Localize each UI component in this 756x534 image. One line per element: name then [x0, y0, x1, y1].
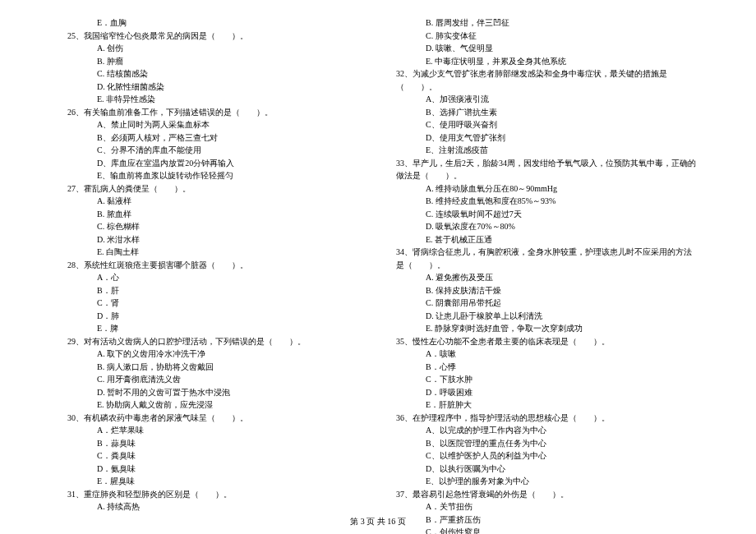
option-line: B. 肿瘤: [58, 55, 370, 68]
option-line: B. 唇周发绀，伴三凹征: [386, 16, 698, 30]
option-line: C. 用牙膏彻底清洗义齿: [58, 373, 370, 386]
option-line: C．创伤性窒息: [386, 526, 698, 534]
option-line: D. 咳嗽、气促明显: [386, 42, 698, 55]
option-line: A. 创伤: [58, 42, 370, 55]
option-line: E. 协助病人戴义齿前，应先浸湿: [58, 398, 370, 412]
option-line: D．肺: [58, 310, 370, 323]
option-line: C．粪臭味: [58, 449, 370, 463]
option-line: A. 持续高热: [58, 500, 370, 513]
option-line: C. 连续吸氧时间不超过7天: [386, 208, 698, 221]
question-line: 28、系统性红斑狼疮主要损害哪个脏器（ ）。: [58, 259, 370, 272]
option-line: A、以完成的护理工作内容为中心: [386, 424, 698, 437]
option-line: B. 维持经皮血氧饱和度在85%～93%: [386, 195, 698, 208]
option-line: A. 取下的义齿用冷水冲洗干净: [58, 348, 370, 361]
option-line: B．蒜臭味: [58, 437, 370, 450]
option-line: A．烂苹果味: [58, 424, 370, 437]
question-line: 25、我国缩窄性心包炎最常见的病因是（ ）。: [58, 30, 370, 43]
question-line: 30、有机磷农药中毒患者的尿液气味呈（ ）。: [58, 412, 370, 425]
option-line: D．氨臭味: [58, 463, 370, 476]
option-line: D. 吸氧浓度在70%～80%: [386, 220, 698, 233]
option-line: D．呼吸困难: [386, 386, 698, 399]
option-line: B、选择广谱抗生素: [386, 106, 698, 119]
left-column: E．血胸25、我国缩窄性心包炎最常见的病因是（ ）。A. 创伤B. 肿瘤C. 结…: [49, 16, 378, 509]
right-column: B. 唇周发绀，伴三凹征C. 肺实变体征D. 咳嗽、气促明显E. 中毒症状明显，…: [378, 16, 707, 509]
option-line: D. 暂时不用的义齿可置于热水中浸泡: [58, 386, 370, 399]
option-line: C. 肺实变体征: [386, 30, 698, 43]
question-line: 32、为减少支气管扩张患者肺部继发感染和全身中毒症状，最关键的措施是（ ）。: [386, 67, 698, 93]
option-line: D. 米泔水样: [58, 233, 370, 246]
option-line: E. 甚于机械正压通: [386, 233, 698, 246]
question-line: 34、肾病综合征患儿，有胸腔积液，全身水肿较重，护理该患儿时不应采用的方法是（ …: [386, 246, 698, 271]
option-line: E．肝脏肿大: [386, 398, 698, 412]
option-line: B. 脓血样: [58, 208, 370, 221]
option-line: A、加强痰液引流: [386, 93, 698, 106]
question-line: 36、在护理程序中，指导护理活动的思想核心是（ ）。: [386, 412, 698, 425]
page-body: E．血胸25、我国缩窄性心包炎最常见的病因是（ ）。A. 创伤B. 肿瘤C. 结…: [0, 0, 756, 509]
option-line: C、分界不清的库血不能使用: [58, 144, 370, 157]
option-line: C. 棕色糊样: [58, 220, 370, 233]
question-line: 31、重症肺炎和轻型肺炎的区别是（ ）。: [58, 488, 370, 501]
option-line: D、以执行医嘱为中心: [386, 463, 698, 476]
option-line: E、注射流感疫苗: [386, 144, 698, 157]
option-line: C．肾: [58, 297, 370, 310]
option-line: A．心: [58, 271, 370, 284]
question-line: 37、最容易引起急性肾衰竭的外伤是（ ）。: [386, 488, 698, 501]
option-line: D、库血应在室温内放置20分钟再输入: [58, 157, 370, 170]
option-line: E. 中毒症状明显，并累及全身其他系统: [386, 55, 698, 68]
option-line: B. 保持皮肤清洁干燥: [386, 284, 698, 297]
option-line: D、使用支气管扩张剂: [386, 131, 698, 145]
option-line: A、禁止同时为两人采集血标本: [58, 118, 370, 131]
option-line: A. 维持动脉血氧分压在80～90mmHg: [386, 182, 698, 196]
option-line: C. 阴囊部用吊带托起: [386, 297, 698, 310]
option-line: E．脾: [58, 322, 370, 335]
option-line: D. 让患儿卧于橡胶单上以利清洗: [386, 310, 698, 323]
option-line: E. 非特异性感染: [58, 93, 370, 106]
question-line: 29、对有活动义齿病人的口腔护理活动，下列错误的是（ ）。: [58, 335, 370, 348]
option-line: E、以护理的服务对象为中心: [386, 475, 698, 488]
option-line: C．下肢水肿: [386, 373, 698, 386]
option-line: E. 白陶土样: [58, 246, 370, 259]
option-line: D. 化脓性细菌感染: [58, 81, 370, 94]
option-line: E、输血前将血浆以旋转动作轻轻摇匀: [58, 169, 370, 182]
question-line: 27、霍乱病人的粪便呈（ ）。: [58, 182, 370, 196]
option-line: E. 静脉穿刺时选好血管，争取一次穿刺成功: [386, 322, 698, 335]
option-line: B．肝: [58, 284, 370, 297]
option-line: A．关节扭伤: [386, 500, 698, 513]
option-line: C、使用呼吸兴奋剂: [386, 118, 698, 131]
option-line: B、必须两人核对，严格三查七对: [58, 131, 370, 145]
option-line: A．咳嗽: [386, 348, 698, 361]
question-line: 35、慢性左心功能不全患者最主要的临床表现是（ ）。: [386, 335, 698, 348]
option-line: B. 病人漱口后，协助将义齿戴回: [58, 361, 370, 374]
option-line: A. 黏液样: [58, 195, 370, 208]
option-line: E．腥臭味: [58, 475, 370, 488]
question-line: 26、有关输血前准备工作，下列描述错误的是（ ）。: [58, 106, 370, 119]
option-line: B．心悸: [386, 361, 698, 374]
option-line: B．严重挤压伤: [386, 513, 698, 527]
option-line: B、以医院管理的重点任务为中心: [386, 437, 698, 450]
option-line: E．血胸: [58, 16, 370, 30]
question-line: 33、早产儿，生后2天，胎龄34周，因发绀给予氧气吸入，位预防其氧中毒，正确的做…: [386, 157, 698, 182]
option-line: A. 避免擦伤及受压: [386, 271, 698, 284]
option-line: C、以维护医护人员的利益为中心: [386, 449, 698, 463]
option-line: C. 结核菌感染: [58, 67, 370, 81]
